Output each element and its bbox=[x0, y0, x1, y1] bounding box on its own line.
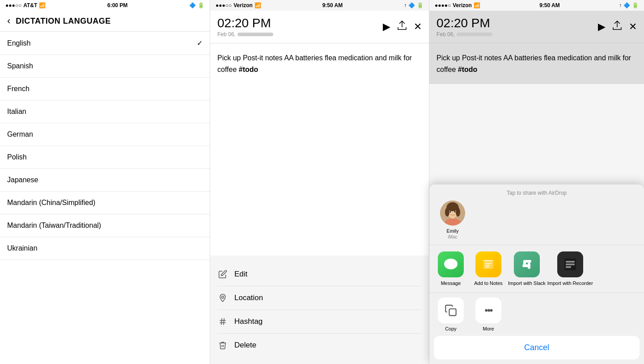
svg-rect-30 bbox=[449, 309, 456, 316]
battery-icon-3: 🔋 bbox=[632, 2, 639, 8]
language-item-italian[interactable]: Italian bbox=[0, 100, 210, 123]
memo-controls-2: ▶ ✕ bbox=[383, 21, 422, 33]
p3-memo-content: Pick up Post-it notes AA batteries flea … bbox=[429, 43, 644, 84]
airdrop-label: Tap to share with AirDrop bbox=[436, 190, 637, 196]
copy-icon bbox=[438, 297, 464, 323]
location-icon-2: ↑ bbox=[404, 2, 407, 8]
signal-dots: ●●●○○ bbox=[5, 2, 21, 8]
add-to-notes-icon bbox=[475, 251, 501, 277]
memo-date-2: Feb 06, bbox=[217, 31, 273, 38]
add-to-notes-label: Add to Notes bbox=[474, 280, 503, 286]
language-item-english[interactable]: English✓ bbox=[0, 32, 210, 55]
hashtag-icon bbox=[217, 316, 228, 327]
carrier-1: AT&T bbox=[23, 2, 37, 8]
p3-hashtag: #todo bbox=[458, 66, 478, 73]
language-name: Spanish bbox=[7, 62, 33, 70]
p3-share-button[interactable] bbox=[613, 21, 622, 33]
status-left-1: ●●●○○ AT&T 📶 bbox=[5, 2, 46, 8]
emily-avatar bbox=[440, 201, 465, 226]
language-item-mandarin--taiwan-traditional-[interactable]: Mandarin (Taiwan/Traditional) bbox=[0, 214, 210, 237]
svg-line-3 bbox=[221, 318, 222, 325]
status-right-3: ↑ 🔷 🔋 bbox=[619, 2, 639, 8]
language-item-mandarin--china-simplified-[interactable]: Mandarin (China/Simplified) bbox=[0, 192, 210, 214]
p3-memo-header: 02:20 PM Feb 06, ▶ ✕ bbox=[429, 11, 644, 43]
bluetooth-icon-1: 🔷 bbox=[189, 2, 196, 8]
svg-rect-27 bbox=[566, 261, 575, 263]
import-with-slack-app-item[interactable]: Import with Slack bbox=[508, 251, 546, 286]
share-button-2[interactable] bbox=[398, 21, 407, 33]
import-with-slack-label: Import with Slack bbox=[508, 280, 546, 286]
memo-date-redacted bbox=[237, 33, 273, 36]
language-item-ukrainian[interactable]: Ukrainian bbox=[0, 237, 210, 260]
status-bar-2: ●●●○○ Verizon 📶 9:50 AM ↑ 🔷 🔋 bbox=[210, 0, 429, 11]
svg-point-0 bbox=[222, 296, 224, 298]
language-item-german[interactable]: German bbox=[0, 123, 210, 146]
edit-label: Edit bbox=[234, 270, 247, 279]
cancel-button[interactable]: Cancel bbox=[434, 336, 640, 360]
add-to-notes-app-item[interactable]: Add to Notes bbox=[470, 251, 506, 286]
more-icon: ••• bbox=[475, 297, 501, 323]
bluetooth-icon-3: 🔷 bbox=[623, 2, 630, 8]
hashtag-action[interactable]: Hashtag bbox=[217, 310, 422, 334]
language-name: German bbox=[7, 130, 33, 138]
signal-dots-3: ●●●●○ bbox=[435, 2, 451, 8]
delete-icon bbox=[217, 340, 228, 351]
hashtag-2: #todo bbox=[239, 66, 258, 73]
svg-rect-29 bbox=[566, 266, 571, 268]
status-right-1: 🔷 🔋 bbox=[189, 2, 204, 8]
location-action[interactable]: Location bbox=[217, 286, 422, 310]
panel-1-header: ‹ DICTATION LANGUAGE bbox=[0, 11, 210, 32]
message-icon bbox=[438, 251, 464, 277]
svg-rect-28 bbox=[566, 264, 575, 265]
language-name: Italian bbox=[7, 108, 26, 116]
svg-point-13 bbox=[450, 211, 451, 213]
location-icon bbox=[217, 293, 228, 303]
carrier-2: Verizon bbox=[233, 2, 253, 8]
message-app-item[interactable]: Message bbox=[433, 251, 469, 286]
memo-actions-2: Edit Location Hashtag bbox=[210, 255, 429, 364]
location-icon-3: ↑ bbox=[619, 2, 622, 8]
svg-rect-18 bbox=[483, 260, 493, 261]
hashtag-label: Hashtag bbox=[234, 317, 263, 326]
p3-close-button[interactable]: ✕ bbox=[629, 21, 637, 33]
copy-label: Copy bbox=[445, 326, 457, 331]
time-3: 9:50 AM bbox=[539, 2, 560, 8]
language-name: French bbox=[7, 85, 30, 93]
battery-icon-2: 🔋 bbox=[417, 2, 424, 8]
language-item-japanese[interactable]: Japanese bbox=[0, 169, 210, 192]
airdrop-contacts: Emily iMac bbox=[436, 201, 637, 239]
language-item-french[interactable]: French bbox=[0, 78, 210, 100]
language-item-polish[interactable]: Polish bbox=[0, 146, 210, 169]
play-button-2[interactable]: ▶ bbox=[383, 21, 390, 33]
checkmark-icon: ✓ bbox=[197, 39, 203, 47]
airdrop-contact-emily[interactable]: Emily iMac bbox=[440, 201, 465, 239]
delete-action[interactable]: Delete bbox=[217, 334, 422, 357]
p3-memo-date: Feb 06, bbox=[436, 31, 492, 38]
back-button[interactable]: ‹ bbox=[7, 15, 10, 27]
more-action-item[interactable]: ••• More bbox=[470, 297, 506, 331]
import-with-recorder-label: Import with Recorder bbox=[547, 280, 593, 286]
dictation-language-panel: ●●●○○ AT&T 📶 6:00 PM 🔷 🔋 ‹ DICTATION LAN… bbox=[0, 0, 210, 364]
language-name: Mandarin (China/Simplified) bbox=[7, 199, 95, 207]
language-list: English✓SpanishFrenchItalianGermanPolish… bbox=[0, 32, 210, 364]
memo-content-2: Pick up Post-it notes AA batteries flea … bbox=[210, 43, 429, 255]
import-with-recorder-app-item[interactable]: Import with Recorder bbox=[547, 251, 593, 286]
app-icons-row: Message Add to Notes bbox=[429, 245, 644, 293]
copy-action-item[interactable]: Copy bbox=[433, 297, 469, 331]
delete-label: Delete bbox=[234, 341, 256, 350]
language-name: Ukrainian bbox=[7, 244, 38, 252]
p3-memo-date-redacted bbox=[457, 33, 492, 36]
status-bar-1: ●●●○○ AT&T 📶 6:00 PM 🔷 🔋 bbox=[0, 0, 210, 11]
svg-point-9 bbox=[445, 208, 449, 217]
close-button-2[interactable]: ✕ bbox=[414, 21, 422, 33]
svg-rect-25 bbox=[525, 260, 531, 263]
status-right-2: ↑ 🔷 🔋 bbox=[404, 2, 424, 8]
language-item-spanish[interactable]: Spanish bbox=[0, 55, 210, 78]
edit-action[interactable]: Edit bbox=[217, 263, 422, 286]
svg-rect-24 bbox=[522, 264, 529, 267]
carrier-3: Verizon bbox=[453, 2, 472, 8]
action-buttons-row: Copy ••• More bbox=[429, 293, 644, 336]
page-title-1: DICTATION LANGUAGE bbox=[16, 17, 110, 26]
more-label: More bbox=[483, 326, 494, 331]
p3-play-button[interactable]: ▶ bbox=[598, 21, 606, 33]
